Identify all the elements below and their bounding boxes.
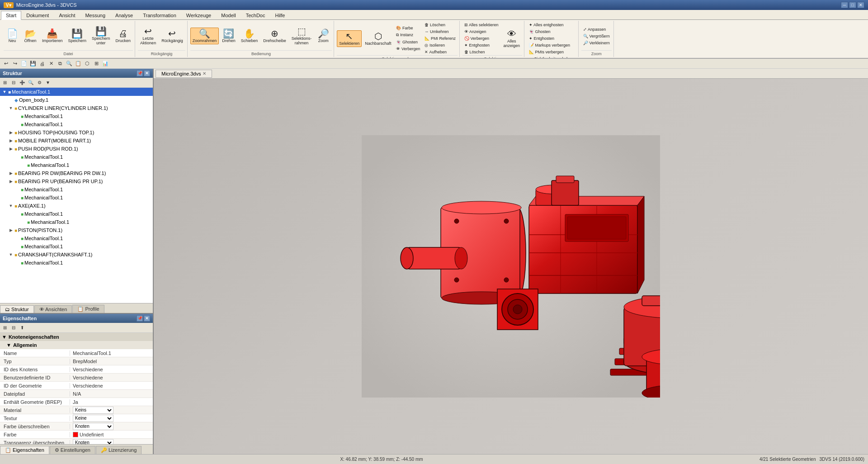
ribbon-tab-analyse[interactable]: Analyse bbox=[110, 11, 138, 19]
btn-zoom[interactable]: 🔎 Zoom bbox=[315, 28, 332, 44]
props-btn-3[interactable]: ⬆ bbox=[18, 324, 26, 332]
props-btn-2[interactable]: ⊟ bbox=[9, 324, 18, 332]
btn-entghosten[interactable]: ✦ Entghosten bbox=[462, 42, 500, 48]
props-btn-1[interactable]: ⊞ bbox=[1, 324, 9, 332]
structure-options[interactable]: ▼ bbox=[44, 79, 52, 87]
qa-btn-3[interactable]: 📄 bbox=[20, 60, 28, 68]
tree-item-2[interactable]: ◆Open_body.1 bbox=[0, 96, 153, 104]
btn-pmis-verbergen[interactable]: 📐 PMIs verbergen bbox=[527, 49, 576, 55]
qa-btn-6[interactable]: ✕ bbox=[47, 60, 55, 68]
props-row-11[interactable]: Transparenz überschreibenKnoten bbox=[0, 439, 153, 444]
tree-item-3[interactable]: ▼■CYLINDER LINER(CYLINDER LINER.1) bbox=[0, 104, 153, 112]
tree-item-20[interactable]: ■MechanicalTool.1 bbox=[0, 242, 153, 251]
ribbon-tab-ansicht[interactable]: Ansicht bbox=[54, 11, 80, 19]
btn-markups-verbergen[interactable]: 📝 Markups verbergen bbox=[527, 42, 576, 48]
btn-alles-entghosten[interactable]: ✦ Alles entghosten bbox=[527, 22, 576, 28]
qa-btn-1[interactable]: ↩ bbox=[2, 60, 10, 68]
tree-item-4[interactable]: ■MechanicalTool.1 bbox=[0, 112, 153, 120]
btn-sichtbarkeit-umkehren[interactable]: ↔ Sichtbarkeit umkehren bbox=[527, 56, 576, 59]
tree-item-9[interactable]: ■MechanicalTool.1 bbox=[0, 153, 153, 161]
tree-item-18[interactable]: ▶■PISTON(PISTON.1) bbox=[0, 226, 153, 234]
qa-btn-9[interactable]: 📋 bbox=[74, 60, 82, 68]
btn-speichern-unter[interactable]: 💾 Speichernunter bbox=[90, 25, 113, 47]
btn-selektieren[interactable]: ↖ Selektieren bbox=[337, 30, 362, 47]
structure-expand-all[interactable]: ⊞ bbox=[1, 79, 9, 87]
tree-item-1[interactable]: ▼■MechanicalTool.1 bbox=[0, 88, 153, 96]
qa-btn-11[interactable]: ⊞ bbox=[92, 60, 100, 68]
btn-schieben[interactable]: ✋ Schieben bbox=[239, 28, 260, 44]
tab-ansichten[interactable]: 👁 Ansichten bbox=[34, 305, 72, 313]
btn-nachbarschaft[interactable]: ⬡ Nachbarschaft bbox=[363, 30, 393, 47]
btn-rueckgaengig[interactable]: ↩ Rückgängig bbox=[159, 28, 185, 44]
app-logo[interactable]: V▾ bbox=[4, 2, 14, 8]
properties-pin-btn[interactable]: 📌 bbox=[137, 315, 143, 322]
btn-speichern[interactable]: 💾 Speichern bbox=[66, 28, 89, 44]
btn-aufheben[interactable]: ✕ Aufheben bbox=[423, 49, 458, 55]
ribbon-tab-messung[interactable]: Messung bbox=[80, 11, 110, 19]
tree-item-5[interactable]: ■MechanicalTool.1 bbox=[0, 120, 153, 128]
props-knoteneigenschaften[interactable]: ▼ Knoteneigenschaften bbox=[0, 333, 153, 341]
tree-item-10[interactable]: ■MechanicalTool.1 bbox=[0, 161, 153, 169]
btn-isolieren[interactable]: ◎ Isolieren bbox=[423, 42, 458, 48]
tree-item-7[interactable]: ▶■MOBILE PART(MOBILE PART.1) bbox=[0, 137, 153, 145]
tab-struktur[interactable]: 🗂 Struktur bbox=[0, 305, 34, 313]
btn-verkleinern[interactable]: 🔎 Verkleinern bbox=[581, 40, 612, 46]
btn-loeschen[interactable]: 🗑 Löschen bbox=[462, 49, 500, 55]
btn-anzeigen[interactable]: 👁 Anzeigen bbox=[462, 28, 500, 35]
tree-item-17[interactable]: ■MechanicalTool.1 bbox=[0, 218, 153, 226]
structure-settings[interactable]: ⚙ bbox=[35, 79, 43, 87]
qa-btn-5[interactable]: 🖨 bbox=[38, 60, 46, 68]
tree-item-11[interactable]: ▶■BEARING PR DW(BEARING PR DW.1) bbox=[0, 169, 153, 177]
tree-item-21[interactable]: ▼■CRANKSHAFT(CRANKSHAFT.1) bbox=[0, 251, 153, 259]
qa-btn-2[interactable]: ↪ bbox=[11, 60, 19, 68]
btn-letzte-aktionen[interactable]: ↩ LetzteAktionen bbox=[138, 25, 158, 47]
structure-close-btn[interactable]: ✕ bbox=[144, 70, 150, 76]
btn-selektionsrahmen[interactable]: ⬚ Selektions-rahmen bbox=[289, 25, 314, 47]
qa-btn-10[interactable]: ⬡ bbox=[83, 60, 91, 68]
btn-ghosten-av[interactable]: 👻 Ghosten bbox=[527, 28, 576, 35]
minimize-button[interactable]: ─ bbox=[841, 2, 848, 8]
ribbon-tab-hilfe[interactable]: Hilfe bbox=[270, 11, 290, 19]
maximize-button[interactable]: □ bbox=[849, 2, 856, 8]
tree-item-19[interactable]: ■MechanicalTool.1 bbox=[0, 234, 153, 242]
props-row-8[interactable]: TexturKeine bbox=[0, 414, 153, 422]
tab-eigenschaften[interactable]: 📋 Eigenschaften bbox=[0, 446, 49, 454]
structure-pin-btn[interactable]: 📌 bbox=[137, 70, 143, 76]
tree-item-8[interactable]: ▶■PUSH ROD(PUSH ROD.1) bbox=[0, 145, 153, 153]
qa-btn-4[interactable]: 💾 bbox=[29, 60, 37, 68]
props-row-10[interactable]: FarbeUndefiniert bbox=[0, 431, 153, 439]
ribbon-tab-transformation[interactable]: Transformation bbox=[138, 11, 181, 19]
btn-verbergen[interactable]: 🚫 Verbergen bbox=[462, 35, 500, 42]
props-allgemein[interactable]: ▼ Allgemein bbox=[0, 341, 153, 349]
btn-zoomrahmen[interactable]: 🔍 Zoomrahmen bbox=[190, 28, 219, 44]
btn-vergroessern[interactable]: 🔍 Vergrößern bbox=[581, 33, 612, 39]
btn-alles-anzeigen[interactable]: 👁 Allesanzeigen bbox=[501, 28, 523, 49]
btn-drehen[interactable]: 🔄 Drehen bbox=[220, 28, 238, 44]
viewport-tab-close[interactable]: ✕ bbox=[203, 71, 206, 76]
btn-loeschen-sel[interactable]: 🗑 Löschen bbox=[423, 22, 458, 28]
tree-item-12[interactable]: ▶■BEARING PR UP(BEARING PR UP.1) bbox=[0, 177, 153, 185]
tab-einstellungen[interactable]: ⚙ Einstellungen bbox=[50, 446, 95, 454]
btn-farbe[interactable]: 🎨 Farbe bbox=[394, 25, 422, 31]
properties-close-btn[interactable]: ✕ bbox=[144, 315, 150, 322]
structure-filter[interactable]: 🔍 bbox=[27, 79, 35, 87]
structure-collapse-all[interactable]: ⊟ bbox=[9, 79, 18, 87]
tree-item-14[interactable]: ■MechanicalTool.1 bbox=[0, 194, 153, 202]
btn-drucken[interactable]: 🖨 Drucken bbox=[113, 28, 133, 44]
btn-ghosten-sel[interactable]: 👻 Ghosten bbox=[394, 39, 422, 45]
ribbon-tab-modell[interactable]: Modell bbox=[216, 11, 241, 19]
qa-btn-12[interactable]: 📊 bbox=[101, 60, 109, 68]
tree-item-15[interactable]: ▼■AXE(AXE.1) bbox=[0, 202, 153, 210]
tab-lizenzierung[interactable]: 🔑 Lizenzierung bbox=[96, 446, 142, 454]
color-swatch[interactable] bbox=[73, 432, 78, 437]
ribbon-tab-dokument[interactable]: Dokument bbox=[21, 11, 54, 19]
btn-instanz[interactable]: ⧉ Instanz bbox=[394, 32, 422, 38]
tab-profile[interactable]: 📋 Profile bbox=[72, 305, 104, 313]
ribbon-tab-start[interactable]: Start bbox=[1, 11, 21, 20]
qa-btn-7[interactable]: ⧉ bbox=[56, 60, 64, 68]
viewport-tab[interactable]: MicroEngine.3dvs ✕ bbox=[156, 70, 212, 78]
btn-neu[interactable]: 📄 Neu bbox=[4, 28, 21, 44]
props-row-7[interactable]: MaterialKeins bbox=[0, 406, 153, 414]
btn-verbergen-sel[interactable]: 👁 Verbergen bbox=[394, 46, 422, 52]
ribbon-tab-werkzeuge[interactable]: Werkzeuge bbox=[181, 11, 216, 19]
